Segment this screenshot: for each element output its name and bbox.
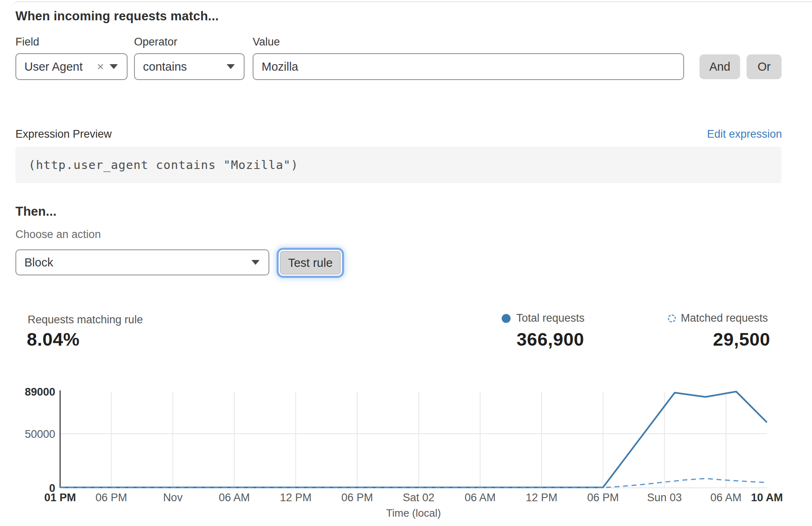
field-select-value: User Agent [16, 60, 93, 74]
matching-rule-value: 8.04% [27, 329, 80, 350]
x-tick-label: 06 PM [95, 491, 127, 504]
edit-expression-link[interactable]: Edit expression [707, 128, 782, 141]
chevron-down-icon [251, 260, 260, 265]
chevron-down-icon [110, 64, 118, 69]
expression-code: (http.user_agent contains "Mozilla") [15, 158, 299, 172]
action-select-value: Block [16, 256, 251, 269]
total-requests-label: Total requests [516, 312, 585, 325]
clear-field-icon[interactable]: × [93, 61, 110, 73]
matched-requests-legend: Matched requests [668, 312, 768, 325]
choose-action-label: Choose an action [15, 228, 101, 241]
or-button[interactable]: Or [747, 54, 782, 79]
chevron-down-icon [227, 64, 235, 69]
requests-chart: 0500008900001 PM06 PMNov06 AM12 PM06 PMS… [0, 382, 812, 526]
value-input[interactable] [253, 53, 684, 80]
x-tick-label: 12 PM [280, 491, 312, 504]
total-requests-legend: Total requests [502, 312, 585, 325]
x-tick-label: Sun 03 [647, 491, 682, 504]
x-tick-label: Nov [163, 491, 183, 504]
y-tick-label: 89000 [25, 386, 55, 398]
action-select[interactable]: Block [15, 249, 269, 275]
and-button[interactable]: And [699, 54, 740, 79]
operator-select[interactable]: contains [134, 53, 245, 80]
total-requests-value: 366,900 [462, 329, 584, 350]
matched-requests-value: 29,500 [648, 329, 770, 350]
x-tick-label: 06 AM [465, 491, 496, 504]
expression-code-block: (http.user_agent contains "Mozilla") [15, 147, 782, 183]
then-title: Then... [15, 204, 56, 219]
solid-dot-icon [502, 314, 511, 323]
operator-select-value: contains [135, 60, 227, 74]
matching-rule-label: Requests matching rule [28, 314, 143, 326]
operator-label: Operator [134, 36, 178, 48]
test-rule-button[interactable]: Test rule [280, 251, 341, 275]
x-axis-caption: Time (local) [386, 507, 441, 519]
series-dashed [60, 478, 767, 488]
field-select[interactable]: User Agent × [15, 53, 128, 80]
y-tick-label: 50000 [25, 428, 55, 440]
x-tick-label: 06 AM [710, 491, 742, 504]
value-label: Value [253, 36, 280, 48]
x-tick-label: 12 PM [526, 491, 557, 504]
page-title: When incoming requests match... [15, 9, 219, 24]
x-tick-label: 06 PM [341, 491, 373, 504]
x-tick-label: 01 PM [44, 491, 76, 504]
x-tick-label: 06 AM [219, 491, 250, 504]
x-tick-label: 06 PM [587, 491, 619, 504]
expression-preview-label: Expression Preview [15, 128, 112, 141]
field-label: Field [15, 36, 39, 48]
matched-requests-label: Matched requests [681, 312, 768, 325]
x-tick-label: Sat 02 [403, 491, 435, 504]
firewall-rule-editor: When incoming requests match... Field Op… [0, 0, 812, 526]
series-solid [60, 392, 767, 487]
dashed-circle-icon [668, 314, 676, 323]
x-tick-label: 10 AM [751, 491, 783, 504]
